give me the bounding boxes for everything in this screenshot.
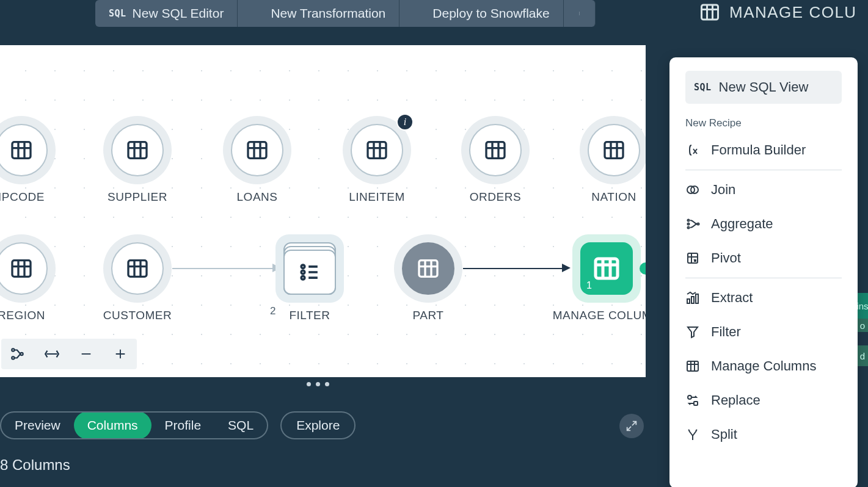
- menu-split-label: Split: [711, 427, 737, 442]
- output-port[interactable]: [640, 262, 646, 275]
- tab-profile[interactable]: Profile: [151, 411, 215, 439]
- snowflake-icon: [413, 7, 426, 20]
- menu-pivot-label: Pivot: [711, 250, 741, 266]
- table-icon: [483, 138, 508, 162]
- list-icon: [296, 259, 323, 286]
- node-filter[interactable]: 2 FILTER: [264, 234, 356, 322]
- tab-preview[interactable]: Preview: [1, 411, 74, 439]
- info-badge-icon[interactable]: i: [396, 114, 414, 131]
- zoom-in-button[interactable]: [112, 346, 128, 362]
- menu-join-label: Join: [711, 182, 735, 198]
- menu-aggregate-label: Aggregate: [711, 216, 773, 232]
- zoom-controls: [1, 339, 137, 369]
- node-lineitem-label: LINEITEM: [349, 190, 405, 204]
- menu-formula-label: Formula Builder: [711, 142, 806, 158]
- more-vertical-icon: [577, 7, 582, 20]
- split-icon: [685, 427, 700, 442]
- edge-tab-a[interactable]: ins: [857, 293, 868, 319]
- wand-icon: [251, 7, 264, 20]
- menu-sql-view-label: New SQL View: [719, 79, 809, 95]
- plus-icon: [114, 347, 127, 361]
- menu-new-sql-view[interactable]: SQL New SQL View: [685, 71, 842, 104]
- sql-icon: SQL: [109, 8, 126, 19]
- edge-tab-b[interactable]: o: [857, 319, 868, 332]
- node-supplier[interactable]: SUPPLIER: [92, 116, 183, 204]
- graph-icon: [10, 346, 26, 362]
- table-icon: [9, 138, 34, 162]
- menu-join[interactable]: Join: [685, 173, 842, 207]
- node-zipcode[interactable]: IPCODE: [0, 116, 67, 204]
- formula-icon: [685, 143, 700, 157]
- tab-columns[interactable]: Columns: [74, 411, 151, 439]
- node-nation-label: NATION: [591, 190, 636, 204]
- node-supplier-label: SUPPLIER: [108, 190, 167, 204]
- aggregate-icon: [685, 217, 700, 231]
- tab-explore[interactable]: Explore: [280, 411, 356, 439]
- tab-sql[interactable]: SQL: [214, 411, 267, 439]
- filter-count: 2: [270, 305, 275, 317]
- menu-split[interactable]: Split: [685, 417, 842, 452]
- node-customer[interactable]: CUSTOMER: [92, 234, 183, 322]
- table-icon: [602, 138, 626, 162]
- table-icon: [416, 256, 440, 281]
- edge-customer-filter: [172, 268, 272, 269]
- deploy-snowflake-button[interactable]: Deploy to Snowflake: [399, 0, 563, 27]
- expand-icon: [625, 419, 638, 433]
- fit-icon: [44, 346, 60, 362]
- columns-icon: [685, 359, 700, 373]
- fit-button[interactable]: [44, 346, 60, 362]
- new-sql-editor-label: New SQL Editor: [133, 6, 224, 21]
- node-nation[interactable]: NATION: [568, 116, 646, 204]
- menu-pivot[interactable]: Pivot: [685, 241, 842, 275]
- column-count: 8 Columns: [0, 456, 70, 474]
- node-orders[interactable]: ORDERS: [450, 116, 541, 204]
- layout-button[interactable]: [10, 346, 26, 362]
- menu-replace[interactable]: Replace: [685, 383, 842, 417]
- deploy-label: Deploy to Snowflake: [432, 6, 549, 21]
- join-icon: [685, 182, 700, 197]
- minus-icon: [79, 347, 93, 361]
- panel-title: MANAGE COLU: [699, 1, 857, 23]
- resize-handle[interactable]: [307, 382, 329, 386]
- menu-formula-builder[interactable]: Formula Builder: [685, 133, 842, 167]
- columns-icon: [592, 254, 621, 283]
- edge-part-managecolumns: [463, 268, 563, 269]
- node-customer-label: CUSTOMER: [103, 309, 172, 322]
- bottom-tabs: Preview Columns Profile SQL Explore: [0, 411, 356, 439]
- workflow-canvas[interactable]: IPCODE SUPPLIER LOANS i LINEITEM ORDERS …: [0, 45, 646, 377]
- menu-manage-columns[interactable]: Manage Columns: [685, 349, 842, 383]
- expand-button[interactable]: [619, 414, 644, 438]
- menu-replace-label: Replace: [711, 392, 760, 408]
- node-filter-label: FILTER: [289, 309, 330, 322]
- extract-icon: [685, 290, 700, 305]
- node-region[interactable]: REGION: [0, 234, 67, 322]
- node-lineitem[interactable]: i LINEITEM: [331, 116, 423, 204]
- node-part-label: PART: [413, 309, 444, 322]
- edge-tab-d[interactable]: d: [857, 345, 868, 366]
- node-orders-label: ORDERS: [470, 190, 521, 204]
- node-loans[interactable]: LOANS: [211, 116, 303, 204]
- table-icon: [365, 138, 389, 162]
- context-menu: SQL New SQL View New Recipe Formula Buil…: [669, 57, 858, 487]
- canvas-grid: [0, 45, 646, 377]
- menu-manage-columns-label: Manage Columns: [711, 358, 816, 374]
- table-icon: [125, 138, 150, 162]
- new-transformation-button[interactable]: New Transformation: [238, 0, 399, 27]
- menu-filter-label: Filter: [711, 324, 741, 340]
- replace-icon: [685, 393, 700, 408]
- zoom-out-button[interactable]: [78, 346, 94, 362]
- menu-filter[interactable]: Filter: [685, 315, 842, 349]
- sql-icon: SQL: [694, 82, 712, 93]
- new-sql-editor-button[interactable]: SQL New SQL Editor: [95, 0, 238, 27]
- node-manage-columns[interactable]: 1 MANAGE COLUMN: [555, 234, 646, 322]
- menu-extract[interactable]: Extract: [685, 281, 842, 315]
- menu-extract-label: Extract: [711, 290, 753, 306]
- manage-columns-count: 1: [586, 280, 592, 291]
- node-part[interactable]: PART: [382, 234, 474, 322]
- columns-icon: [699, 1, 721, 23]
- new-transformation-label: New Transformation: [271, 6, 385, 21]
- node-region-label: REGION: [0, 309, 45, 322]
- menu-aggregate[interactable]: Aggregate: [685, 207, 842, 241]
- pivot-icon: [685, 251, 700, 265]
- toolbar-more-button[interactable]: [564, 0, 596, 27]
